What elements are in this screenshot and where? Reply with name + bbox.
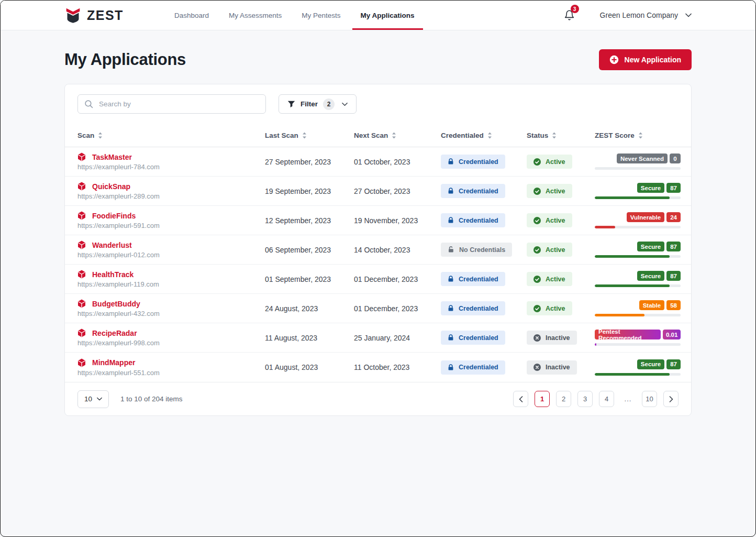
page-size-select[interactable]: 10 (77, 390, 109, 408)
table-row: HealthTrack https://exampleurl-119.com 0… (65, 265, 691, 294)
plus-circle-icon (609, 55, 619, 64)
application-url: https://exampleurl-998.com (77, 339, 265, 347)
nav-item-dashboard[interactable]: Dashboard (173, 1, 210, 30)
table-row: FoodieFinds https://exampleurl-591.com 1… (65, 206, 691, 235)
status-badge: Active (527, 213, 572, 227)
filter-button[interactable]: Filter 2 (279, 94, 357, 114)
check-circle-icon (533, 217, 541, 224)
application-name-link[interactable]: MindMapper (92, 358, 135, 367)
application-name-link[interactable]: RecipeRadar (92, 329, 137, 337)
app-window: ZEST DashboardMy AssessmentsMy PentestsM… (0, 0, 756, 537)
score-progress-bar (595, 255, 681, 258)
scan-cell: QuickSnap https://exampleurl-289.com (77, 182, 265, 200)
status-label: Inactive (546, 334, 570, 342)
application-name-link[interactable]: QuickSnap (92, 182, 130, 191)
sort-icon (302, 132, 307, 139)
search-box (77, 94, 266, 114)
status-badge: Inactive (527, 360, 577, 375)
score-progress-fill (595, 196, 670, 199)
zest-score-cell: Vulnerable 24 (595, 212, 681, 228)
score-label-badge: Secure (637, 183, 664, 193)
next-scan-date: 25 January, 2024 (354, 334, 441, 342)
score-value-badge: 24 (666, 212, 681, 222)
next-page-button[interactable] (663, 391, 679, 407)
check-circle-icon (533, 188, 541, 195)
table-row: BudgetBuddy https://exampleurl-432.com 2… (65, 294, 691, 323)
score-progress-fill (595, 255, 670, 258)
scan-cell: MindMapper https://exampleurl-551.com (77, 358, 265, 377)
column-header-zest-score[interactable]: ZEST Score (595, 131, 681, 139)
page-button-3[interactable]: 3 (577, 391, 593, 407)
score-value-badge: 87 (666, 183, 681, 193)
chevron-down-icon (342, 102, 348, 106)
page-button-10[interactable]: 10 (642, 391, 657, 407)
notifications-button[interactable]: 3 (564, 9, 575, 21)
status-label: Inactive (546, 364, 570, 371)
sort-icon (392, 132, 396, 139)
table-body: TaskMaster https://exampleurl-784.com 27… (65, 147, 691, 382)
brand-name: ZEST (87, 8, 124, 23)
status-badge: Active (527, 243, 572, 257)
page-button-4[interactable]: 4 (599, 391, 614, 407)
next-scan-date: 01 December, 2023 (354, 304, 441, 313)
credentialed-badge: No Credentials (441, 243, 512, 257)
table-header-row: ScanLast ScanNext ScanCredentialedStatus… (65, 124, 691, 147)
scan-cell: TaskMaster https://exampleurl-784.com (77, 152, 265, 171)
score-progress-fill (595, 226, 615, 228)
score-progress-bar (595, 167, 681, 170)
check-circle-icon (533, 305, 541, 312)
score-progress-bar (595, 343, 681, 346)
page-button-2[interactable]: 2 (556, 391, 571, 407)
scan-cell: RecipeRadar https://exampleurl-998.com (77, 328, 265, 347)
credentialed-label: Credentialed (459, 188, 498, 195)
column-header-next-scan[interactable]: Next Scan (354, 131, 441, 139)
lock-icon (448, 364, 454, 371)
zest-logo-icon (64, 7, 82, 24)
application-name-link[interactable]: Wanderlust (92, 241, 132, 249)
credentialed-badge: Credentialed (441, 272, 505, 286)
application-name-link[interactable]: FoodieFinds (92, 212, 136, 220)
brand[interactable]: ZEST (64, 1, 124, 30)
status-badge: Active (527, 272, 572, 286)
nav-item-my-pentests[interactable]: My Pentests (301, 1, 341, 30)
status-badge: Inactive (527, 331, 577, 345)
application-cube-icon (77, 299, 86, 308)
last-scan-date: 24 August, 2023 (265, 304, 354, 313)
page-button-1[interactable]: 1 (535, 391, 550, 407)
score-progress-fill (595, 373, 670, 376)
company-dropdown[interactable]: Green Lemon Company (600, 11, 692, 19)
nav-item-my-assessments[interactable]: My Assessments (228, 1, 283, 30)
column-header-status[interactable]: Status (527, 131, 595, 139)
application-name-link[interactable]: BudgetBuddy (92, 300, 140, 308)
unlock-icon (448, 246, 454, 253)
new-application-button[interactable]: New Application (599, 49, 692, 70)
column-header-scan[interactable]: Scan (77, 131, 265, 139)
table-row: Wanderlust https://exampleurl-012.com 06… (65, 235, 691, 265)
sort-icon (98, 132, 103, 139)
search-input[interactable] (77, 94, 266, 114)
credentialed-label: Credentialed (459, 158, 498, 166)
column-header-last-scan[interactable]: Last Scan (265, 131, 354, 139)
application-url: https://exampleurl-012.com (77, 251, 265, 259)
status-label: Active (546, 246, 565, 254)
credentialed-label: No Credentials (459, 246, 505, 254)
column-header-credentialed[interactable]: Credentialed (441, 131, 527, 139)
nav-item-my-applications[interactable]: My Applications (360, 1, 416, 30)
score-value-badge: 0.01 (663, 330, 681, 339)
next-scan-date: 14 October, 2023 (354, 246, 441, 254)
sort-icon (487, 132, 492, 139)
last-scan-date: 06 September, 2023 (265, 246, 354, 254)
zest-score-cell: Secure 87 (595, 271, 681, 287)
score-label-badge: Pentest Recommended (595, 330, 661, 339)
next-scan-date: 27 October, 2023 (354, 187, 441, 195)
top-navigation-bar: ZEST DashboardMy AssessmentsMy PentestsM… (1, 1, 755, 30)
application-name-link[interactable]: HealthTrack (92, 270, 134, 279)
credentialed-badge: Credentialed (441, 184, 505, 198)
column-label: Status (527, 131, 548, 139)
application-name-link[interactable]: TaskMaster (92, 153, 132, 161)
lock-icon (448, 217, 454, 224)
application-url: https://exampleurl-551.com (77, 369, 265, 377)
page-ellipsis: ... (620, 391, 636, 407)
previous-page-button[interactable] (513, 391, 528, 407)
credentialed-label: Credentialed (459, 276, 498, 283)
